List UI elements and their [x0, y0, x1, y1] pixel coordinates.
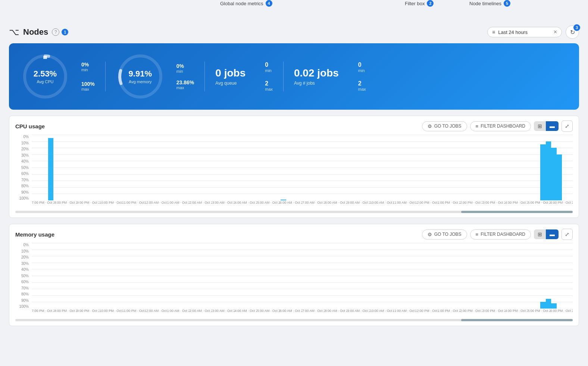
header-right: ≡ Last 24 hours × ↻ 3	[487, 25, 579, 39]
filter-clear-button[interactable]: ×	[554, 29, 557, 35]
x-axis-label: 10:00 AM · Oct 24	[370, 309, 392, 317]
cpu-expand-button[interactable]: ⤢	[562, 121, 573, 132]
x-axis-label: 8:00 PM · Oct 23	[54, 309, 76, 317]
memory-chart-area: 100%90%80%70%60%50%40%30%20%10%0% 7:00 P…	[15, 243, 573, 317]
memory-x-axis: 7:00 PM · Oct 238:00 PM · Oct 239:00 PM …	[32, 309, 573, 317]
y-axis-label: 10%	[15, 141, 31, 145]
memory-go-to-jobs-button[interactable]: ⚙ GO TO JOBS	[422, 229, 467, 240]
queue-label: Avg queue	[215, 81, 237, 86]
queue-max-value: 2	[265, 80, 273, 87]
cpu-chart-section: CPU usage ⚙ GO TO JOBS ≡ FILTER DASHBOAR…	[9, 116, 579, 218]
x-axis-label: 6:00 PM · Oct 24	[550, 200, 573, 209]
memory-bar-view-button[interactable]: ▬	[546, 229, 559, 239]
cpu-filter-dashboard-label: FILTER DASHBOARD	[481, 123, 525, 129]
x-axis-label: 12:00 AM · Oct 24	[144, 309, 167, 317]
x-axis-label: 9:00 PM · Oct 23	[77, 309, 99, 317]
x-axis-label: 10:00 PM · Oct 23	[99, 200, 122, 209]
svg-rect-2	[43, 56, 47, 59]
jobs-max-value: 2	[358, 80, 366, 87]
global-node-metrics-label: Global node metrics	[220, 1, 263, 6]
page-title-group: ⌥ Nodes ? 1	[9, 27, 68, 37]
cpu-chart-area: 100%90%80%70%60%50%40%30%20%10%0% 7:00 P…	[15, 135, 573, 209]
queue-side-stats: 0 min 2 max	[265, 62, 273, 91]
y-axis-label: 70%	[15, 178, 31, 182]
memory-chart-plot	[32, 243, 573, 309]
cpu-chart-actions: ⚙ GO TO JOBS ≡ FILTER DASHBOARD ⊞ ▬ ⤢	[422, 121, 573, 132]
cpu-grid-view-button[interactable]: ⊞	[534, 121, 546, 131]
memory-bars-container	[32, 243, 573, 309]
cpu-go-to-jobs-button[interactable]: ⚙ GO TO JOBS	[422, 121, 467, 131]
memory-chart-title: Memory usage	[15, 231, 54, 238]
x-axis-label: 1:00 AM · Oct 24	[167, 200, 190, 209]
memory-max-label: max	[176, 85, 194, 90]
memory-chart-section: Memory usage ⚙ GO TO JOBS ≡ FILTER DASHB…	[9, 224, 579, 326]
memory-min-value: 0%	[176, 63, 194, 69]
x-axis-label: 4:00 AM · Oct 24	[235, 309, 257, 317]
y-axis-label: 80%	[15, 184, 31, 188]
filter-box-badge: 2	[427, 0, 434, 7]
chart-bar	[546, 299, 551, 309]
queue-min-value: 0	[265, 62, 273, 68]
memory-side-stats: 0% min 23.86% max	[176, 63, 194, 90]
help-badge[interactable]: ?	[52, 28, 59, 36]
filter-box-annotation: Filter box 2	[405, 0, 434, 7]
x-axis-label: 8:00 AM · Oct 24	[325, 200, 347, 209]
page-title: Nodes	[23, 27, 48, 37]
y-axis-label: 40%	[15, 159, 31, 163]
x-axis-label: 1:00 AM · Oct 24	[167, 309, 190, 317]
x-axis-label: 1:00 PM · Oct 24	[438, 309, 460, 317]
cpu-max-label: max	[81, 87, 95, 91]
x-axis-label: 2:00 PM · Oct 24	[460, 200, 482, 209]
filter-box-label: Filter box	[405, 1, 425, 6]
x-axis-label: 8:00 PM · Oct 23	[54, 200, 76, 209]
x-axis-label: 6:00 AM · Oct 24	[280, 309, 302, 317]
memory-metric-circle: 9.91% Avg memory	[116, 52, 165, 101]
cpu-scrollbar[interactable]	[15, 211, 573, 213]
divider-1	[105, 62, 106, 91]
memory-value: 9.91%	[129, 69, 152, 79]
y-axis-label: 10%	[15, 249, 31, 253]
filter-bar[interactable]: ≡ Last 24 hours ×	[487, 27, 562, 37]
y-axis-label: 90%	[15, 190, 31, 194]
gear-icon: ⚙	[428, 123, 432, 129]
x-axis-label: 5:00 PM · Oct 24	[528, 200, 550, 209]
y-axis-label: 80%	[15, 292, 31, 296]
x-axis-label: 2:00 PM · Oct 24	[460, 309, 482, 317]
jobs-min-value: 0	[358, 62, 366, 68]
x-axis-label: 7:00 PM · Oct 23	[32, 309, 54, 317]
memory-filter-dashboard-button[interactable]: ≡ FILTER DASHBOARD	[470, 229, 531, 240]
cpu-max-value: 100%	[81, 81, 95, 87]
y-axis-label: 20%	[15, 147, 31, 151]
chart-bar	[557, 154, 562, 200]
x-axis-label: 12:00 AM · Oct 24	[144, 200, 167, 209]
global-node-metrics-badge: 4	[266, 0, 272, 7]
cpu-filter-dashboard-button[interactable]: ≡ FILTER DASHBOARD	[470, 121, 531, 131]
memory-chart-header: Memory usage ⚙ GO TO JOBS ≡ FILTER DASHB…	[15, 229, 573, 240]
cpu-chart-plot	[32, 135, 573, 200]
x-axis-label: 3:00 PM · Oct 24	[482, 309, 505, 317]
memory-label: Avg memory	[129, 79, 152, 84]
cpu-label: Avg CPU	[34, 79, 57, 84]
cpu-bar-view-button[interactable]: ▬	[546, 121, 559, 131]
filter-icon: ≡	[476, 123, 479, 129]
memory-grid-view-button[interactable]: ⊞	[534, 229, 546, 239]
memory-min-label: min	[176, 69, 194, 73]
memory-scrollbar[interactable]	[15, 319, 573, 321]
jobs-max-label: max	[358, 87, 366, 91]
chart-bar	[540, 302, 546, 309]
x-axis-label: 5:00 PM · Oct 24	[528, 309, 550, 317]
chart-bar	[551, 148, 557, 200]
memory-go-to-jobs-label: GO TO JOBS	[434, 232, 462, 237]
x-axis-label: 9:00 AM · Oct 24	[347, 309, 370, 317]
y-axis-label: 20%	[15, 255, 31, 259]
filter-icon: ≡	[492, 29, 495, 35]
y-axis-label: 100%	[15, 304, 31, 309]
memory-expand-button[interactable]: ⤢	[562, 229, 573, 240]
refresh-button[interactable]: ↻ 3	[566, 25, 579, 39]
x-axis-label: 5:00 AM · Oct 24	[257, 200, 279, 209]
x-axis-label: 4:00 PM · Oct 24	[505, 200, 528, 209]
node-timelines-label: Node timelines	[469, 1, 501, 6]
y-axis-label: 0%	[15, 135, 31, 139]
page-header: ⌥ Nodes ? 1 ≡ Last 24 hours × ↻ 3	[0, 22, 588, 43]
cpu-scrollbar-thumb	[461, 211, 573, 213]
